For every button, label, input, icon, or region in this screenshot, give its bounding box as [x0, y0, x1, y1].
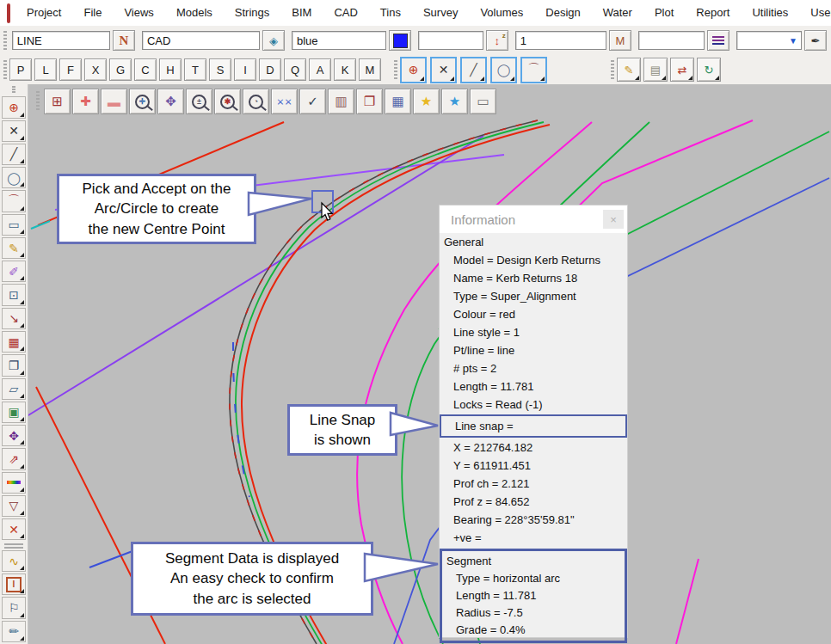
menu-models[interactable]: Models	[165, 0, 224, 26]
freehand-tool[interactable]: ∿	[2, 550, 26, 572]
plot-button[interactable]: ▥	[328, 89, 354, 114]
mode-button-l[interactable]: L	[34, 58, 57, 81]
layers-picker-button[interactable]: ◈	[262, 30, 285, 51]
colour-input[interactable]: blue	[292, 31, 386, 50]
survey-tool[interactable]: ⚐	[2, 597, 26, 618]
menu-user[interactable]: User	[799, 0, 831, 26]
measure-tool[interactable]: ↘	[2, 308, 26, 329]
sidebar-grip[interactable]	[12, 86, 15, 94]
line-snap-toggle[interactable]: ╱	[460, 57, 487, 83]
zoom-previous-button[interactable]: ◔	[243, 89, 269, 114]
grid-tool[interactable]: ▦	[2, 331, 26, 353]
mode-button-p[interactable]: P	[9, 58, 32, 81]
crossing-strings-tool[interactable]: ✕	[2, 120, 26, 142]
linestyle-input[interactable]: 1	[515, 31, 606, 50]
interest-info-tool[interactable]: I	[2, 573, 26, 595]
create-arc-tool[interactable]: ⌒	[2, 190, 26, 212]
menu-bim[interactable]: BIM	[280, 0, 323, 26]
z-height-button[interactable]: ↕z	[486, 30, 508, 51]
mode-button-m[interactable]: M	[359, 58, 381, 81]
toolbar-grip[interactable]	[3, 60, 7, 79]
mode-button-t[interactable]: T	[184, 58, 206, 81]
intersection-snap-toggle[interactable]: ✕	[430, 57, 457, 83]
colour-swatch-button[interactable]	[389, 30, 411, 51]
delete-tool[interactable]: ✕	[2, 518, 26, 540]
menu-utilities[interactable]: Utilities	[741, 0, 799, 26]
cad-spin-button[interactable]: ↻	[697, 58, 721, 82]
menu-water[interactable]: Water	[592, 0, 643, 26]
cad-function-input[interactable]: LINE	[12, 31, 110, 50]
face-shape-tool[interactable]: ▱	[2, 378, 26, 400]
menu-report[interactable]: Report	[685, 0, 741, 26]
window-area-button[interactable]: ▭	[470, 89, 496, 114]
circle-snap-toggle[interactable]: ◯	[490, 57, 517, 83]
menu-views[interactable]: Views	[113, 0, 164, 26]
string-blue-segment[interactable]	[89, 551, 132, 567]
cad-page-button[interactable]: ▤	[643, 58, 668, 82]
favourites-button[interactable]: ★	[413, 89, 440, 114]
chevron-down-icon[interactable]: ▼	[789, 36, 797, 46]
cad-draw-button[interactable]: ✎	[617, 58, 641, 82]
zoom-inout-button[interactable]: ±	[186, 89, 212, 114]
arc-snap-toggle[interactable]: ⌒	[520, 57, 547, 83]
magenta-bottom-right[interactable]	[676, 559, 699, 644]
toggle-snap-marks-button[interactable]: ⨯⨯	[271, 89, 298, 114]
menu-project[interactable]: Project	[15, 0, 72, 26]
mode-button-c[interactable]: C	[134, 58, 157, 81]
mode-button-q[interactable]: Q	[284, 58, 306, 81]
mode-button-g[interactable]: G	[109, 58, 132, 81]
sheet-layout-button[interactable]: ▦	[385, 89, 411, 114]
mode-button-h[interactable]: H	[159, 58, 182, 81]
mode-button-i[interactable]: I	[234, 58, 256, 81]
menu-strings[interactable]: Strings	[224, 0, 280, 26]
lineweight-picker-button[interactable]	[707, 30, 729, 51]
mode-button-d[interactable]: D	[259, 58, 281, 81]
cad-swap-button[interactable]: ⇄	[670, 58, 694, 82]
mode-button-s[interactable]: S	[209, 58, 231, 81]
add-view-button[interactable]: ✚	[72, 89, 99, 114]
create-text-tool[interactable]: ✎	[2, 237, 26, 259]
menu-plot[interactable]: Plot	[643, 0, 685, 26]
name-toggle-button[interactable]: N	[113, 30, 135, 51]
colour-line-tool[interactable]	[2, 472, 26, 494]
app-logo-icon[interactable]	[7, 3, 10, 23]
pan-button[interactable]: ✥	[157, 89, 184, 114]
point-snap-toggle[interactable]: ⊕	[400, 57, 427, 83]
edit-doc-tool[interactable]: ✏	[2, 621, 26, 642]
lineweight-input[interactable]	[638, 31, 705, 50]
image-tool[interactable]: ▣	[2, 402, 26, 423]
line-snap-marks-blue[interactable]	[233, 342, 249, 497]
increment-point-tool[interactable]: ⇗	[2, 448, 26, 469]
create-circle-tool[interactable]: ◯	[2, 167, 26, 188]
redraw-button[interactable]: ✓	[299, 89, 326, 114]
mode-button-k[interactable]: K	[334, 58, 356, 81]
menu-design[interactable]: Design	[534, 0, 591, 26]
close-icon[interactable]: ×	[603, 210, 624, 229]
shared-views-button[interactable]: ★	[441, 89, 468, 114]
polygon-tool[interactable]: ▽	[2, 495, 26, 517]
copy-window-tool[interactable]: ❐	[2, 354, 26, 376]
eyedropper-button[interactable]: ✒	[804, 30, 827, 51]
mode-button-f[interactable]: F	[59, 58, 82, 81]
move-tool[interactable]: ✥	[2, 425, 26, 446]
create-line-tool[interactable]: ╱	[2, 144, 26, 165]
create-point-tool[interactable]: ⊕	[2, 96, 26, 118]
menu-survey[interactable]: Survey	[412, 0, 469, 26]
toolbar-grip[interactable]	[611, 60, 614, 79]
mode-button-x[interactable]: X	[84, 58, 107, 81]
delete-view-button[interactable]: ▬	[101, 89, 127, 114]
model-input[interactable]: CAD	[142, 31, 260, 50]
mode-button-a[interactable]: A	[309, 58, 331, 81]
menu-tins[interactable]: Tins	[369, 0, 412, 26]
zoom-extents-button[interactable]: ✛	[129, 89, 156, 114]
height-input[interactable]	[418, 31, 483, 50]
toolbar-grip[interactable]	[394, 60, 397, 79]
views-menu-button[interactable]: ⊞	[44, 89, 71, 114]
toolbar-grip[interactable]	[36, 91, 40, 112]
menu-cad[interactable]: CAD	[323, 0, 368, 26]
zoom-locate-button[interactable]: ✱	[214, 89, 241, 114]
symbol-input[interactable]: ▼	[736, 31, 802, 50]
menu-file[interactable]: File	[72, 0, 113, 26]
menu-volumes[interactable]: Volumes	[469, 0, 534, 26]
copy-view-button[interactable]: ❐	[356, 89, 383, 114]
